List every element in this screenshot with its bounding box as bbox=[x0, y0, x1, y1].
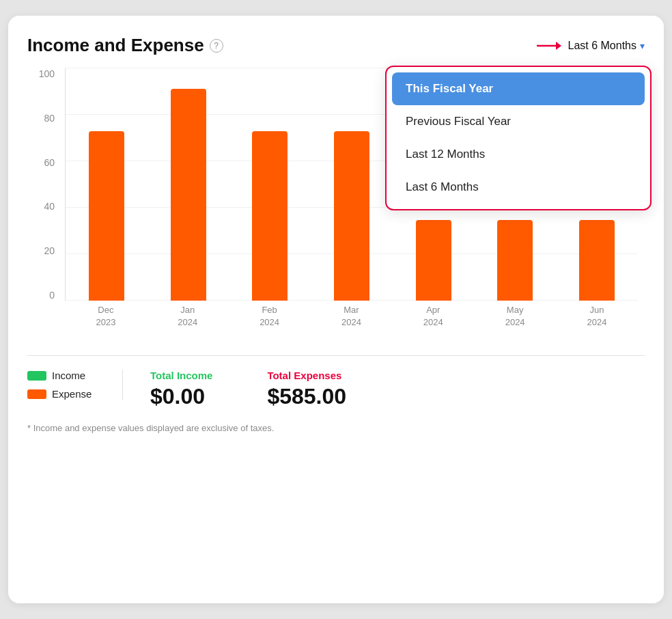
y-label-20: 20 bbox=[27, 245, 55, 256]
expense-legend-dot bbox=[27, 389, 46, 399]
arrow-icon bbox=[537, 40, 561, 52]
period-dropdown-menu: This Fiscal Year Previous Fiscal Year La… bbox=[385, 66, 652, 210]
title-row: Income and Expense ? bbox=[27, 35, 223, 56]
svg-marker-1 bbox=[556, 42, 561, 50]
bar-may-expense bbox=[497, 220, 533, 301]
bar-jun-expense bbox=[579, 220, 615, 301]
bar-group-dec bbox=[66, 131, 148, 301]
x-label-jun: Jun2024 bbox=[587, 304, 607, 342]
bar-mar-expense bbox=[334, 131, 369, 301]
bar-group-jun bbox=[556, 220, 638, 301]
x-label-may: May2024 bbox=[505, 304, 525, 342]
dropdown-item-previous-fiscal-year[interactable]: Previous Fiscal Year bbox=[392, 105, 645, 138]
y-axis: 0 20 40 60 80 100 bbox=[27, 68, 61, 301]
bar-dec-expense bbox=[89, 131, 124, 301]
y-label-40: 40 bbox=[27, 201, 55, 212]
dropdown-item-last-12-months[interactable]: Last 12 Months bbox=[392, 138, 645, 171]
bar-group-mar bbox=[311, 131, 393, 301]
bar-feb-expense bbox=[252, 131, 288, 301]
period-dropdown-trigger[interactable]: Last 6 Months ▾ bbox=[568, 37, 645, 55]
x-label-feb: Feb2024 bbox=[260, 304, 279, 342]
footnote: * Income and expense values displayed ar… bbox=[27, 423, 645, 433]
header-right: Last 6 Months ▾ This Fiscal Year Previou… bbox=[537, 37, 645, 55]
bar-jan-expense bbox=[171, 89, 206, 301]
bar-group-may bbox=[475, 220, 557, 301]
total-expense-block: Total Expenses $585.00 bbox=[267, 370, 346, 409]
totals: Total Income $0.00 Total Expenses $585.0… bbox=[150, 370, 346, 409]
legend-expense: Expense bbox=[27, 388, 102, 400]
income-legend-label: Income bbox=[52, 370, 85, 381]
x-labels: Dec2023 Jan2024 Feb2024 Mar2024 Apr2024 … bbox=[65, 304, 638, 342]
dropdown-item-last-6-months[interactable]: Last 6 Months bbox=[392, 171, 645, 204]
dropdown-item-this-fiscal-year[interactable]: This Fiscal Year bbox=[392, 72, 645, 105]
total-income-label: Total Income bbox=[150, 370, 212, 381]
total-income-block: Total Income $0.00 bbox=[150, 370, 212, 409]
legend-income: Income bbox=[27, 370, 102, 381]
x-label-mar: Mar2024 bbox=[341, 304, 361, 342]
total-expense-value: $585.00 bbox=[267, 384, 346, 409]
income-expense-card: Income and Expense ? Last 6 Months ▾ Thi… bbox=[8, 16, 664, 603]
total-income-value: $0.00 bbox=[150, 384, 212, 409]
y-label-100: 100 bbox=[27, 68, 55, 79]
x-label-jan: Jan2024 bbox=[178, 304, 197, 342]
y-label-60: 60 bbox=[27, 157, 55, 168]
footer-row: Income Expense Total Income $0.00 Total … bbox=[27, 370, 645, 409]
separator bbox=[27, 355, 645, 356]
bar-group-jan bbox=[148, 89, 229, 301]
income-legend-dot bbox=[27, 371, 46, 381]
card-title: Income and Expense bbox=[27, 35, 204, 56]
y-label-80: 80 bbox=[27, 113, 55, 124]
x-label-dec: Dec2023 bbox=[96, 304, 115, 342]
dropdown-label: Last 6 Months bbox=[568, 40, 637, 52]
legend: Income Expense bbox=[27, 370, 123, 400]
chevron-down-icon: ▾ bbox=[640, 40, 645, 51]
expense-legend-label: Expense bbox=[52, 388, 92, 400]
bar-group-feb bbox=[229, 131, 311, 301]
y-label-0: 0 bbox=[27, 290, 55, 301]
total-expense-label: Total Expenses bbox=[267, 370, 346, 381]
bar-apr-expense bbox=[416, 220, 451, 301]
help-icon[interactable]: ? bbox=[210, 39, 223, 53]
bar-group-apr bbox=[393, 220, 475, 301]
x-label-apr: Apr2024 bbox=[423, 304, 443, 342]
card-header: Income and Expense ? Last 6 Months ▾ Thi… bbox=[27, 35, 645, 56]
